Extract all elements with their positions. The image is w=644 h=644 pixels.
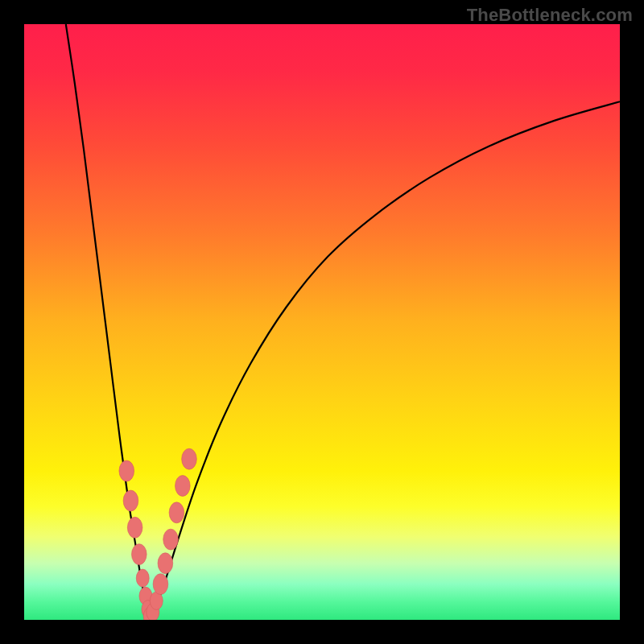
data-dot [136,569,149,587]
data-dot [119,460,134,481]
gradient-background [24,24,620,620]
chart-svg [24,24,620,620]
chart-frame: TheBottleneck.com [0,0,644,644]
data-dot [127,517,142,538]
data-dot [175,476,191,497]
plot-area [24,24,620,620]
data-dot [163,529,179,550]
data-dot [158,553,173,574]
data-dot [132,544,147,565]
watermark-text: TheBottleneck.com [467,5,633,26]
data-dot [182,448,197,469]
data-dot [169,502,184,523]
data-dot [153,574,168,595]
data-dot [123,490,138,511]
